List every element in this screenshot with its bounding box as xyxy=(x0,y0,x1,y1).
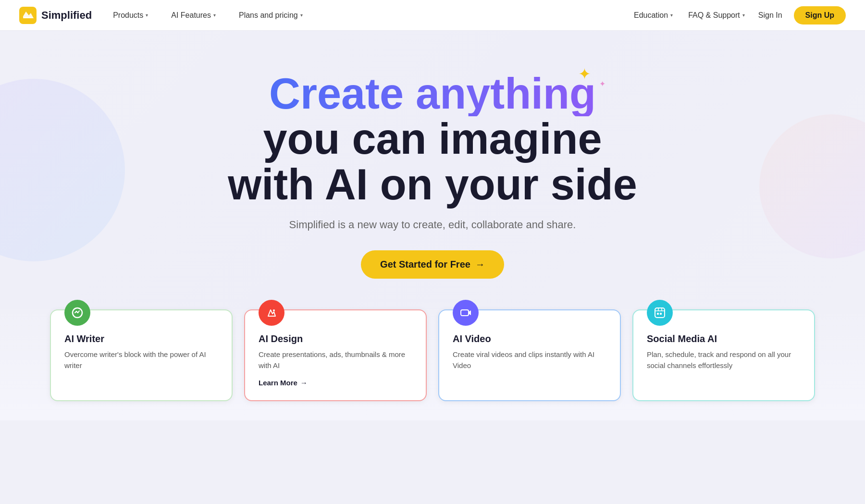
card-social-title: Social Media AI xyxy=(647,333,801,344)
svg-rect-1 xyxy=(24,17,32,18)
deco-circle-right xyxy=(759,114,865,258)
navbar-right: Education ▾ FAQ & Support ▾ Sign In Sign… xyxy=(632,6,846,25)
hero-gradient-text: Create anything xyxy=(269,71,596,117)
deco-circle-left xyxy=(0,79,125,261)
nav-ai-features[interactable]: AI Features ▾ xyxy=(169,7,218,24)
chevron-down-icon: ▾ xyxy=(742,12,745,18)
card-design: AI Design Create presentations, ads, thu… xyxy=(244,309,427,401)
navbar: Simplified Products ▾ AI Features ▾ Plan… xyxy=(0,0,865,31)
nav-products[interactable]: Products ▾ xyxy=(111,7,150,24)
card-design-title: AI Design xyxy=(259,333,412,344)
writer-icon xyxy=(64,300,90,326)
card-design-desc: Create presentations, ads, thumbnails & … xyxy=(259,349,412,371)
sparkle-small-icon: ✦ xyxy=(599,79,606,88)
card-writer-desc: Overcome writer's block with the power o… xyxy=(64,349,218,371)
sign-up-button[interactable]: Sign Up xyxy=(794,6,846,25)
hero-section: Create anything ✦ ✦ you can imagine with… xyxy=(0,31,865,309)
video-icon xyxy=(453,300,479,326)
chevron-down-icon: ▾ xyxy=(670,12,673,18)
svg-rect-10 xyxy=(660,313,662,315)
logo-text: Simplified xyxy=(41,9,92,22)
cta-arrow-icon: → xyxy=(475,259,485,270)
hero-title-line1: Create anything ✦ ✦ xyxy=(228,71,637,117)
card-video-title: AI Video xyxy=(453,333,606,344)
logo[interactable]: Simplified xyxy=(19,7,92,24)
nav-plans[interactable]: Plans and pricing ▾ xyxy=(237,7,305,24)
card-social: Social Media AI Plan, schedule, track an… xyxy=(632,309,815,401)
svg-point-3 xyxy=(273,309,275,311)
svg-rect-4 xyxy=(461,310,469,316)
hero-title-line2: you can imagine xyxy=(228,116,637,162)
cta-button[interactable]: Get Started for Free → xyxy=(361,250,504,279)
nav-faq[interactable]: FAQ & Support ▾ xyxy=(686,7,747,24)
card-social-desc: Plan, schedule, track and respond on all… xyxy=(647,349,801,371)
hero-title-line3: with AI on your side xyxy=(228,162,637,208)
arrow-right-icon: → xyxy=(300,379,308,387)
card-writer-title: AI Writer xyxy=(64,333,218,344)
card-video: AI Video Create viral videos and clips i… xyxy=(438,309,621,401)
nav-education[interactable]: Education ▾ xyxy=(632,7,675,24)
navbar-left: Simplified Products ▾ AI Features ▾ Plan… xyxy=(19,7,305,24)
learn-more-button[interactable]: Learn More → xyxy=(259,379,412,387)
card-writer: AI Writer Overcome writer's block with t… xyxy=(50,309,233,401)
chevron-down-icon: ▾ xyxy=(146,12,148,18)
logo-icon xyxy=(19,7,37,24)
cta-label: Get Started for Free xyxy=(380,259,470,270)
chevron-down-icon: ▾ xyxy=(300,12,303,18)
card-video-desc: Create viral videos and clips instantly … xyxy=(453,349,606,371)
hero-subtitle: Simplified is a new way to create, edit,… xyxy=(289,219,576,231)
chevron-down-icon: ▾ xyxy=(213,12,216,18)
svg-rect-9 xyxy=(657,313,659,315)
social-icon xyxy=(647,300,673,326)
svg-rect-5 xyxy=(655,308,665,318)
hero-title: Create anything ✦ ✦ you can imagine with… xyxy=(228,71,637,208)
sign-in-link[interactable]: Sign In xyxy=(758,11,782,20)
cards-section: AI Writer Overcome writer's block with t… xyxy=(0,309,865,420)
design-icon xyxy=(259,300,284,326)
